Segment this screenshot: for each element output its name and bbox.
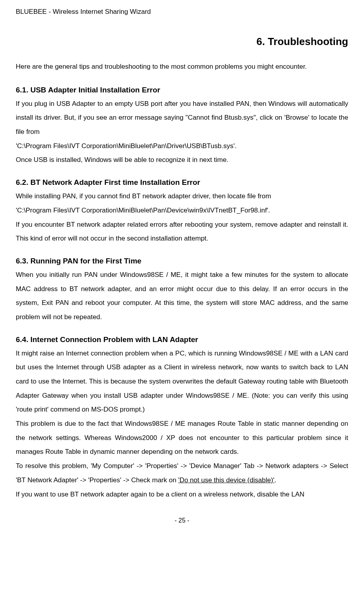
chapter-title: 6. Troubleshooting	[16, 36, 348, 48]
section-body-1: If you plug in USB Adapter to an empty U…	[16, 97, 348, 167]
section-heading-1: 6.1. USB Adapter Initial Installation Er…	[16, 86, 348, 94]
section-body-4-pre: It might raise an Internet connection pr…	[16, 350, 348, 484]
section-heading-2: 6.2. BT Network Adapter First time Insta…	[16, 178, 348, 187]
page-number: - 25 -	[16, 517, 348, 524]
section-heading-3: 6.3. Running PAN for the First Time	[16, 257, 348, 265]
section-body-3: When you initially run PAN under Windows…	[16, 268, 348, 324]
document-page: BLUEBEE - Wireless Internet Sharing Wiza…	[0, 0, 364, 540]
section-body-4: It might raise an Internet connection pr…	[16, 346, 348, 502]
section-body-4-underline: 'Do not use this device (disable)'	[178, 476, 274, 484]
intro-text: Here are the general tips and troublesho…	[16, 60, 348, 74]
section-heading-4: 6.4. Internet Connection Problem with LA…	[16, 335, 348, 344]
document-header: BLUEBEE - Wireless Internet Sharing Wiza…	[16, 8, 348, 16]
section-body-2: While installing PAN, if you cannot find…	[16, 189, 348, 246]
